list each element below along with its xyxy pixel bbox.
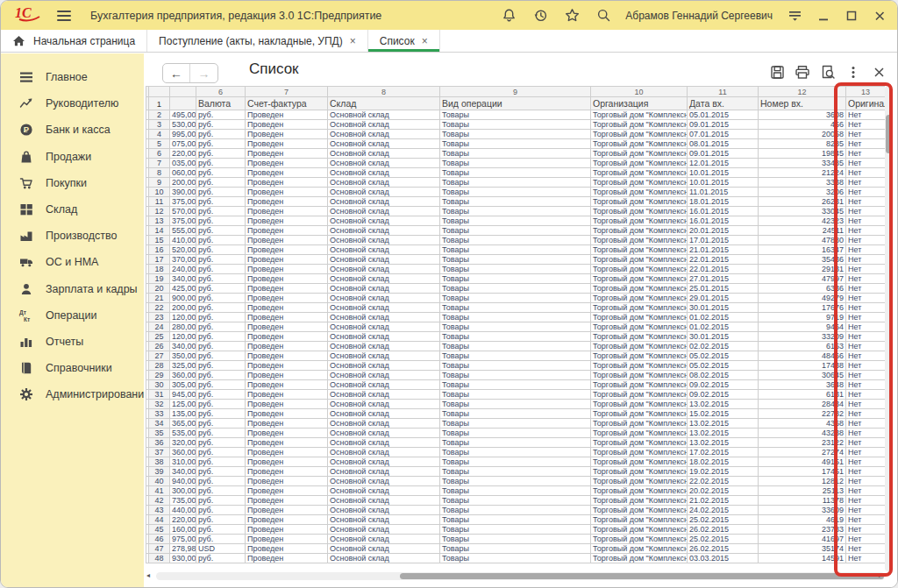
column-number[interactable]: 8 — [328, 87, 440, 97]
original-cell[interactable]: Нет — [846, 149, 886, 159]
currency-cell[interactable]: руб. — [196, 525, 246, 535]
row-number-cell[interactable]: 16 — [149, 245, 170, 255]
row-number-cell[interactable]: 32 — [149, 400, 170, 409]
operation-type-cell[interactable]: Товары — [440, 438, 591, 448]
warehouse-cell[interactable]: Основной склад — [328, 544, 440, 554]
operation-type-cell[interactable]: Товары — [440, 120, 591, 130]
warehouse-cell[interactable]: Основной склад — [328, 496, 440, 506]
amount-cell[interactable]: 945,00 — [170, 390, 196, 400]
organization-cell[interactable]: Торговый дом "Комплексны — [591, 400, 688, 409]
column-header-incoming-date[interactable]: Дата вх. — [688, 97, 759, 110]
table-row[interactable]: 40940,00руб.ПроведенОсновной складТовары… — [146, 477, 886, 486]
table-row[interactable]: 10390,00руб.ПроведенОсновной складТовары… — [146, 188, 886, 197]
operation-type-cell[interactable]: Товары — [440, 168, 591, 178]
row-number-cell[interactable]: 6 — [149, 149, 170, 159]
invoice-status-cell[interactable]: Проведен — [246, 544, 328, 554]
invoice-status-cell[interactable]: Проведен — [246, 448, 328, 457]
table-row[interactable]: 9200,00руб.ПроведенОсновной складТоварыТ… — [146, 178, 886, 188]
currency-cell[interactable]: руб. — [196, 139, 246, 149]
incoming-date-cell[interactable]: 21.02.2015 — [688, 496, 759, 506]
incoming-number-cell[interactable]: 19845 — [759, 149, 846, 159]
organization-cell[interactable]: Торговый дом "Комплексны — [591, 554, 688, 563]
currency-cell[interactable]: руб. — [196, 274, 246, 284]
table-row[interactable]: 17370,00руб.ПроведенОсновной складТовары… — [146, 255, 886, 265]
minimize-button[interactable] — [815, 7, 832, 25]
original-cell[interactable]: Нет — [846, 313, 886, 322]
invoice-status-cell[interactable]: Проведен — [246, 322, 328, 332]
table-row[interactable]: 14555,00руб.ПроведенОсновной складТовары… — [146, 226, 886, 236]
invoice-status-cell[interactable]: Проведен — [246, 554, 328, 563]
tab-home[interactable]: Начальная страница — [1, 30, 147, 52]
organization-cell[interactable]: Торговый дом "Комплексны — [591, 149, 688, 159]
invoice-status-cell[interactable]: Проведен — [246, 110, 328, 120]
original-cell[interactable]: Нет — [846, 361, 886, 371]
invoice-status-cell[interactable]: Проведен — [246, 515, 328, 525]
invoice-status-cell[interactable]: Проведен — [246, 159, 328, 168]
warehouse-cell[interactable]: Основной склад — [328, 207, 440, 216]
incoming-number-cell[interactable]: 35174 — [759, 544, 846, 554]
operation-type-cell[interactable]: Товары — [440, 448, 591, 457]
warehouse-cell[interactable]: Основной склад — [328, 419, 440, 429]
original-cell[interactable]: Нет — [846, 130, 886, 139]
organization-cell[interactable]: Торговый дом "Комплексны — [591, 390, 688, 400]
column-header-operation[interactable]: Вид операции — [440, 97, 591, 110]
row-number-cell[interactable]: 30 — [149, 380, 170, 390]
incoming-date-cell[interactable]: 05.01.2015 — [688, 110, 759, 120]
currency-cell[interactable]: руб. — [196, 110, 246, 120]
warehouse-cell[interactable]: Основной склад — [328, 535, 440, 544]
original-cell[interactable]: Нет — [846, 303, 886, 313]
organization-cell[interactable]: Торговый дом "Комплексны — [591, 226, 688, 236]
organization-cell[interactable]: Торговый дом "Комплексны — [591, 197, 688, 207]
original-cell[interactable]: Нет — [846, 351, 886, 361]
table-row[interactable]: 11375,00руб.ПроведенОсновной складТовары… — [146, 197, 886, 207]
sidebar-item-operacii[interactable]: ДтКт Операции — [1, 302, 144, 329]
amount-cell[interactable]: 365,00 — [170, 419, 196, 429]
incoming-number-cell[interactable]: 25113 — [759, 486, 846, 496]
incoming-date-cell[interactable]: 09.02.2015 — [688, 380, 759, 390]
incoming-date-cell[interactable]: 30.01.2015 — [688, 332, 759, 342]
currency-cell[interactable]: руб. — [196, 332, 246, 342]
warehouse-cell[interactable]: Основной склад — [328, 332, 440, 342]
organization-cell[interactable]: Торговый дом "Комплексны — [591, 467, 688, 477]
currency-cell[interactable]: руб. — [196, 178, 246, 188]
organization-cell[interactable]: Торговый дом "Комплексны — [591, 544, 688, 554]
currency-cell[interactable]: руб. — [196, 390, 246, 400]
table-row[interactable]: 37360,00руб.ПроведенОсновной складТовары… — [146, 448, 886, 457]
incoming-date-cell[interactable]: 22.01.2015 — [688, 255, 759, 265]
warehouse-cell[interactable]: Основной склад — [328, 216, 440, 226]
original-cell[interactable]: Нет — [846, 197, 886, 207]
currency-cell[interactable]: руб. — [196, 380, 246, 390]
operation-type-cell[interactable]: Товары — [440, 110, 591, 120]
incoming-number-cell[interactable]: 43238 — [759, 429, 846, 438]
incoming-number-cell[interactable]: 35436 — [759, 255, 846, 265]
column-number[interactable]: 10 — [591, 87, 688, 97]
column-number[interactable]: 12 — [759, 87, 846, 97]
column-header-original[interactable]: Оригинал — [846, 97, 886, 110]
original-cell[interactable]: Нет — [846, 438, 886, 448]
warehouse-cell[interactable]: Основной склад — [328, 178, 440, 188]
operation-type-cell[interactable]: Товары — [440, 361, 591, 371]
more-actions-button[interactable] — [845, 64, 862, 80]
incoming-date-cell[interactable]: 25.01.2015 — [688, 284, 759, 294]
sidebar-item-prodazhi[interactable]: Продажи — [1, 144, 144, 170]
organization-cell[interactable]: Торговый дом "Комплексны — [591, 351, 688, 361]
table-row[interactable]: 13375,00руб.ПроведенОсновной складТовары… — [146, 216, 886, 226]
invoice-status-cell[interactable]: Проведен — [246, 236, 328, 245]
close-button[interactable] — [871, 7, 888, 25]
invoice-status-cell[interactable]: Проведен — [246, 351, 328, 361]
organization-cell[interactable]: Торговый дом "Комплексны — [591, 120, 688, 130]
invoice-status-cell[interactable]: Проведен — [246, 168, 328, 178]
warehouse-cell[interactable]: Основной склад — [328, 322, 440, 332]
currency-cell[interactable]: руб. — [196, 322, 246, 332]
incoming-date-cell[interactable]: 20.01.2015 — [688, 226, 759, 236]
incoming-number-cell[interactable]: 3648 — [759, 380, 846, 390]
row-number-cell[interactable]: 34 — [149, 419, 170, 429]
incoming-date-cell[interactable]: 18.02.2015 — [688, 457, 759, 467]
incoming-number-cell[interactable]: 14591 — [759, 554, 846, 563]
warehouse-cell[interactable]: Основной склад — [328, 139, 440, 149]
table-row[interactable]: 47278,98USDПроведенОсновной складТоварыТ… — [146, 544, 886, 554]
amount-cell[interactable]: 930,00 — [170, 554, 196, 563]
warehouse-cell[interactable]: Основной склад — [328, 371, 440, 380]
amount-cell[interactable]: 360,00 — [170, 371, 196, 380]
invoice-status-cell[interactable]: Проведен — [246, 419, 328, 429]
